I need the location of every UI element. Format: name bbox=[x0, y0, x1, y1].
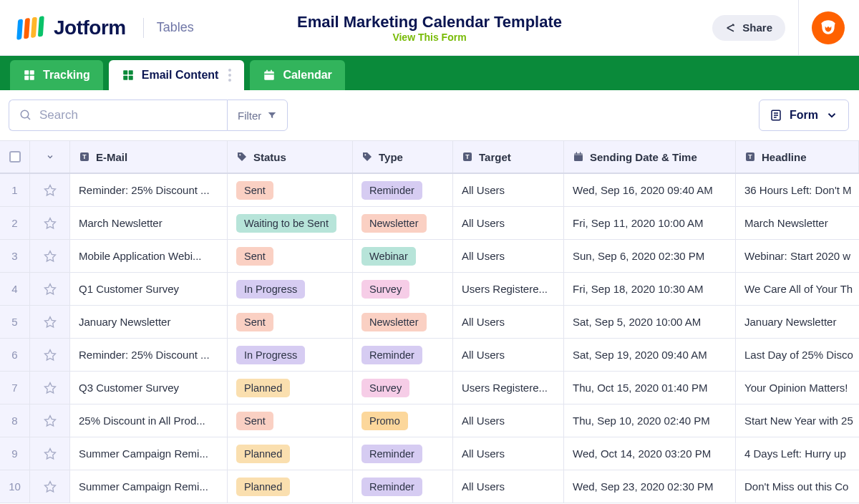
cell-type[interactable]: Newsletter bbox=[353, 207, 453, 239]
view-form-link[interactable]: View This Form bbox=[297, 32, 562, 43]
star-button[interactable] bbox=[30, 273, 70, 305]
cell-target[interactable]: All Users bbox=[453, 437, 564, 470]
cell-headline[interactable]: Don't Miss out this Co bbox=[736, 470, 859, 503]
star-button[interactable] bbox=[30, 174, 70, 206]
cell-date[interactable]: Fri, Sep 11, 2020 10:00 AM bbox=[564, 207, 736, 239]
table-row[interactable]: 4Q1 Customer SurveyIn ProgressSurveyUser… bbox=[0, 273, 859, 306]
table-row[interactable]: 10Summer Campaign Remi...PlannedReminder… bbox=[0, 470, 859, 503]
cell-status[interactable]: Sent bbox=[228, 306, 353, 338]
table-row[interactable]: 2March NewsletterWaiting to be SentNewsl… bbox=[0, 207, 859, 240]
cell-email[interactable]: Mobile Application Webi... bbox=[70, 240, 228, 272]
cell-email[interactable]: Summer Campaign Remi... bbox=[70, 437, 228, 470]
select-all-cell[interactable] bbox=[0, 141, 30, 173]
table-row[interactable]: 9Summer Campaign Remi...PlannedReminderA… bbox=[0, 437, 859, 470]
tab-email-content[interactable]: Email Content bbox=[109, 60, 245, 90]
search-input-wrap[interactable] bbox=[9, 100, 227, 131]
cell-type[interactable]: Reminder bbox=[353, 174, 453, 206]
cell-type[interactable]: Webinar bbox=[353, 240, 453, 272]
cell-status[interactable]: In Progress bbox=[228, 273, 353, 305]
brand-product[interactable]: Tables bbox=[157, 20, 194, 35]
cell-target[interactable]: All Users bbox=[453, 404, 564, 437]
cell-target[interactable]: All Users bbox=[453, 470, 564, 503]
cell-headline[interactable]: Your Opinion Matters! bbox=[736, 372, 859, 404]
col-type[interactable]: Type bbox=[353, 141, 453, 173]
tab-menu-icon[interactable] bbox=[228, 69, 231, 82]
cell-headline[interactable]: Start New Year with 25 bbox=[736, 404, 859, 437]
star-button[interactable] bbox=[30, 470, 70, 503]
table-row[interactable]: 5January NewsletterSentNewsletterAll Use… bbox=[0, 306, 859, 339]
cell-target[interactable]: All Users bbox=[453, 240, 564, 272]
col-email[interactable]: T E-Mail bbox=[70, 141, 228, 173]
tab-calendar[interactable]: Calendar bbox=[250, 60, 344, 90]
cell-date[interactable]: Wed, Sep 16, 2020 09:40 AM bbox=[564, 174, 736, 206]
star-button[interactable] bbox=[30, 372, 70, 404]
star-button[interactable] bbox=[30, 339, 70, 371]
cell-status[interactable]: Planned bbox=[228, 437, 353, 470]
col-status[interactable]: Status bbox=[228, 141, 353, 173]
table-row[interactable]: 6Reminder: 25% Discount ...In ProgressRe… bbox=[0, 339, 859, 372]
cell-status[interactable]: Planned bbox=[228, 372, 353, 404]
table-row[interactable]: 3Mobile Application Webi...SentWebinarAl… bbox=[0, 240, 859, 273]
expand-header[interactable] bbox=[30, 141, 70, 173]
cell-status[interactable]: Waiting to be Sent bbox=[228, 207, 353, 239]
star-button[interactable] bbox=[30, 207, 70, 239]
star-button[interactable] bbox=[30, 437, 70, 470]
avatar[interactable] bbox=[812, 11, 845, 44]
cell-date[interactable]: Wed, Oct 14, 2020 03:20 PM bbox=[564, 437, 736, 470]
star-button[interactable] bbox=[30, 404, 70, 437]
cell-type[interactable]: Reminder bbox=[353, 437, 453, 470]
cell-email[interactable]: March Newsletter bbox=[70, 207, 228, 239]
cell-email[interactable]: Q1 Customer Survey bbox=[70, 273, 228, 305]
cell-date[interactable]: Wed, Sep 23, 2020 02:30 PM bbox=[564, 470, 736, 503]
cell-target[interactable]: Users Registere... bbox=[453, 273, 564, 305]
cell-type[interactable]: Survey bbox=[353, 372, 453, 404]
form-view-button[interactable]: Form bbox=[759, 100, 849, 131]
cell-headline[interactable]: Last Day of 25% Disco bbox=[736, 339, 859, 371]
cell-headline[interactable]: 4 Days Left: Hurry up bbox=[736, 437, 859, 470]
cell-date[interactable]: Thu, Oct 15, 2020 01:40 PM bbox=[564, 372, 736, 404]
cell-status[interactable]: Sent bbox=[228, 240, 353, 272]
checkbox-icon[interactable] bbox=[9, 151, 21, 163]
cell-target[interactable]: All Users bbox=[453, 306, 564, 338]
share-button[interactable]: Share bbox=[712, 15, 785, 41]
tab-tracking[interactable]: Tracking bbox=[10, 60, 103, 90]
cell-target[interactable]: Users Registere... bbox=[453, 372, 564, 404]
cell-email[interactable]: January Newsletter bbox=[70, 306, 228, 338]
cell-target[interactable]: All Users bbox=[453, 339, 564, 371]
table-row[interactable]: 1Reminder: 25% Discount ...SentReminderA… bbox=[0, 174, 859, 207]
cell-email[interactable]: 25% Discount in All Prod... bbox=[70, 404, 228, 437]
cell-date[interactable]: Sat, Sep 5, 2020 10:00 AM bbox=[564, 306, 736, 338]
cell-type[interactable]: Reminder bbox=[353, 339, 453, 371]
cell-date[interactable]: Fri, Sep 18, 2020 10:30 AM bbox=[564, 273, 736, 305]
filter-button[interactable]: Filter bbox=[227, 100, 288, 131]
cell-status[interactable]: Sent bbox=[228, 174, 353, 206]
cell-email[interactable]: Summer Campaign Remi... bbox=[70, 470, 228, 503]
cell-status[interactable]: In Progress bbox=[228, 339, 353, 371]
star-button[interactable] bbox=[30, 306, 70, 338]
cell-status[interactable]: Sent bbox=[228, 404, 353, 437]
col-headline[interactable]: T Headline bbox=[736, 141, 859, 173]
cell-type[interactable]: Survey bbox=[353, 273, 453, 305]
cell-email[interactable]: Reminder: 25% Discount ... bbox=[70, 174, 228, 206]
search-input[interactable] bbox=[39, 108, 217, 122]
cell-headline[interactable]: We Care All of Your Th bbox=[736, 273, 859, 305]
cell-headline[interactable]: March Newsletter bbox=[736, 207, 859, 239]
cell-date[interactable]: Sat, Sep 19, 2020 09:40 AM bbox=[564, 339, 736, 371]
cell-type[interactable]: Newsletter bbox=[353, 306, 453, 338]
cell-type[interactable]: Reminder bbox=[353, 470, 453, 503]
brand-block[interactable]: Jotform Tables bbox=[17, 16, 194, 39]
cell-headline[interactable]: January Newsletter bbox=[736, 306, 859, 338]
col-target[interactable]: T Target bbox=[453, 141, 564, 173]
cell-status[interactable]: Planned bbox=[228, 470, 353, 503]
table-row[interactable]: 825% Discount in All Prod...SentPromoAll… bbox=[0, 404, 859, 437]
star-button[interactable] bbox=[30, 240, 70, 272]
cell-headline[interactable]: Webinar: Start 2020 w bbox=[736, 240, 859, 272]
cell-email[interactable]: Reminder: 25% Discount ... bbox=[70, 339, 228, 371]
cell-target[interactable]: All Users bbox=[453, 174, 564, 206]
cell-email[interactable]: Q3 Customer Survey bbox=[70, 372, 228, 404]
table-row[interactable]: 7Q3 Customer SurveyPlannedSurveyUsers Re… bbox=[0, 372, 859, 404]
cell-type[interactable]: Promo bbox=[353, 404, 453, 437]
cell-date[interactable]: Thu, Sep 10, 2020 02:40 PM bbox=[564, 404, 736, 437]
cell-headline[interactable]: 36 Hours Left: Don't M bbox=[736, 174, 859, 206]
cell-target[interactable]: All Users bbox=[453, 207, 564, 239]
